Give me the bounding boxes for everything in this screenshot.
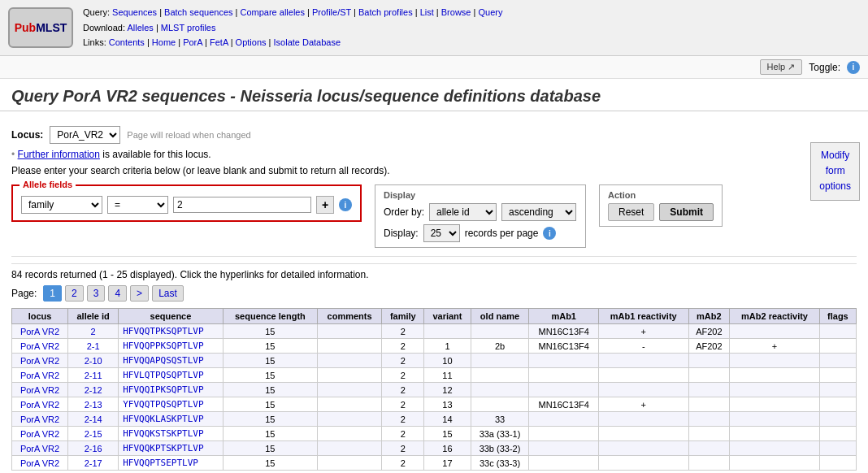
allele-id-link[interactable]: 2-16 <box>85 444 102 453</box>
allele-id-link[interactable]: 2-1 <box>87 341 100 351</box>
toggle-info-icon[interactable]: i <box>847 61 860 74</box>
table-row: PorA VR22-1HFVQQPPKSQPTLVP15212bMN16C13F… <box>12 339 857 354</box>
page-label: Page: <box>11 288 37 299</box>
per-page-label: records per page <box>465 228 539 239</box>
order-direction-select[interactable]: ascending descending <box>501 203 576 221</box>
further-info-link[interactable]: Further information <box>18 149 100 160</box>
per-page-info-icon[interactable]: i <box>543 227 556 240</box>
allele-fields-legend: Allele fields <box>20 180 76 189</box>
page-2-button[interactable]: 2 <box>65 285 84 302</box>
reset-button[interactable]: Reset <box>608 203 654 221</box>
nav-pora[interactable]: PorA <box>183 37 202 47</box>
nav-isolate-database[interactable]: Isolate Database <box>274 37 341 47</box>
further-info-text: is available for this locus. <box>102 149 210 160</box>
nav-profile-st[interactable]: Profile/ST <box>312 7 351 17</box>
sequence-link[interactable]: HFVQQAPQSQSTLVP <box>123 355 203 366</box>
nav-alleles[interactable]: Alleles <box>127 23 153 33</box>
allele-operator-select[interactable]: = contains NOT <box>107 196 168 214</box>
locus-link[interactable]: PorA VR2 <box>20 414 59 424</box>
display-label: Display: <box>384 228 419 239</box>
nav-sequences[interactable]: Sequences <box>112 7 157 17</box>
sequence-link[interactable]: HFVQQIPKSQPTLVP <box>123 384 203 395</box>
help-button[interactable]: Help ↗ <box>760 59 803 75</box>
download-label: Download: <box>83 23 125 33</box>
nav-options[interactable]: Options <box>236 37 267 47</box>
submit-button[interactable]: Submit <box>659 203 714 221</box>
nav-feta[interactable]: FetA <box>210 37 228 47</box>
page-last-button[interactable]: Last <box>152 285 184 302</box>
locus-link[interactable]: PorA VR2 <box>20 356 59 366</box>
locus-link[interactable]: PorA VR2 <box>20 385 59 395</box>
allele-fields-box: Allele fields family allele id sequence … <box>11 184 362 222</box>
page-title: Query PorA VR2 sequences - Neisseria loc… <box>0 79 868 111</box>
toggle-label: Toggle: <box>809 62 840 73</box>
locus-link[interactable]: PorA VR2 <box>20 458 59 468</box>
col-old-name: old name <box>471 309 529 324</box>
sequence-link[interactable]: HFVQQKLASKPTLVP <box>123 414 203 424</box>
nav-contents[interactable]: Contents <box>109 37 145 47</box>
modify-form-button[interactable]: Modify form options <box>810 142 860 201</box>
locus-label: Locus: <box>11 129 43 141</box>
table-row: PorA VR22-14HFVQQKLASKPTLVP1521433 <box>12 412 857 427</box>
nav-batch-profiles[interactable]: Batch profiles <box>358 7 413 17</box>
nav-list[interactable]: List <box>420 7 434 17</box>
table-row: PorA VR22-17HFVQQPTSEPTLVP1521733c (33-3… <box>12 456 857 471</box>
links-label: Links: <box>83 37 106 47</box>
display-section: Display Order by: allele id sequence fam… <box>375 184 586 248</box>
allele-id-link[interactable]: 2-10 <box>85 356 102 366</box>
nav-query[interactable]: Query <box>478 7 502 17</box>
page-next-button[interactable]: > <box>130 285 149 302</box>
table-row: PorA VR22-16HFVQQKPTSKPTLVP1521633b (33-… <box>12 441 857 456</box>
col-flags: flags <box>819 309 856 324</box>
col-locus: locus <box>12 309 68 324</box>
page-4-button[interactable]: 4 <box>108 285 127 302</box>
page-3-button[interactable]: 3 <box>87 285 106 302</box>
locus-link[interactable]: PorA VR2 <box>20 371 59 380</box>
sequence-link[interactable]: HFVQQPTSEPTLVP <box>123 458 198 468</box>
locus-link[interactable]: PorA VR2 <box>20 341 59 351</box>
allele-id-link[interactable]: 2 <box>91 327 96 336</box>
reload-note: Page will reload when changed <box>127 130 250 140</box>
allele-id-link[interactable]: 2-17 <box>85 458 102 468</box>
order-by-select[interactable]: allele id sequence family <box>429 203 497 221</box>
criteria-note: Please enter your search criteria below … <box>11 165 857 176</box>
sequence-link[interactable]: YFVQQTPQSQPTLVP <box>123 399 203 410</box>
nav-browse[interactable]: Browse <box>441 7 471 17</box>
action-section-title: Action <box>608 190 714 200</box>
allele-id-link[interactable]: 2-11 <box>85 371 102 380</box>
results-table: locus allele id sequence sequence length… <box>11 308 857 471</box>
allele-value-input[interactable] <box>173 197 311 213</box>
col-mab2-reactivity: mAb2 reactivity <box>730 309 820 324</box>
nav-home[interactable]: Home <box>152 37 176 47</box>
col-mab1: mAb1 <box>529 309 598 324</box>
add-allele-field-button[interactable]: + <box>316 196 334 214</box>
sequence-link[interactable]: HFVQQKPTSKPTLVP <box>123 443 203 453</box>
allele-info-icon[interactable]: i <box>339 198 352 211</box>
col-family: family <box>382 309 424 324</box>
locus-link[interactable]: PorA VR2 <box>20 429 59 439</box>
sequence-link[interactable]: HFVLQTPQSQPTLVP <box>123 370 203 380</box>
sequence-link[interactable]: HFVQQTPKSQPTLVP <box>123 326 203 336</box>
col-sequence-length: sequence length <box>223 309 317 324</box>
action-section: Action Reset Submit <box>599 184 723 227</box>
locus-select[interactable]: PorA_VR2 <box>50 126 120 144</box>
nav-mlst-profiles[interactable]: MLST profiles <box>161 23 216 33</box>
order-by-label: Order by: <box>384 206 424 218</box>
sequence-link[interactable]: HFVQQKSTSKPTLVP <box>123 428 203 439</box>
display-section-title: Display <box>384 190 577 200</box>
allele-id-link[interactable]: 2-15 <box>85 429 102 439</box>
sequence-link[interactable]: HFVQQPPKSQPTLVP <box>123 341 203 351</box>
page-1-button[interactable]: 1 <box>43 285 62 302</box>
pubmlst-logo: PubMLST <box>8 7 73 48</box>
locus-link[interactable]: PorA VR2 <box>20 400 59 410</box>
locus-link[interactable]: PorA VR2 <box>20 444 59 453</box>
allele-id-link[interactable]: 2-12 <box>85 385 102 395</box>
records-per-page-select[interactable]: 25 10 50 100 <box>423 224 460 242</box>
allele-field-select[interactable]: family allele id sequence <box>21 196 102 214</box>
locus-link[interactable]: PorA VR2 <box>20 327 59 336</box>
col-mab1-reactivity: mAb1 reactivity <box>598 309 688 324</box>
allele-id-link[interactable]: 2-13 <box>85 400 102 410</box>
nav-compare-alleles[interactable]: Compare alleles <box>240 7 304 17</box>
nav-batch-sequences[interactable]: Batch sequences <box>164 7 232 17</box>
allele-id-link[interactable]: 2-14 <box>85 414 102 424</box>
